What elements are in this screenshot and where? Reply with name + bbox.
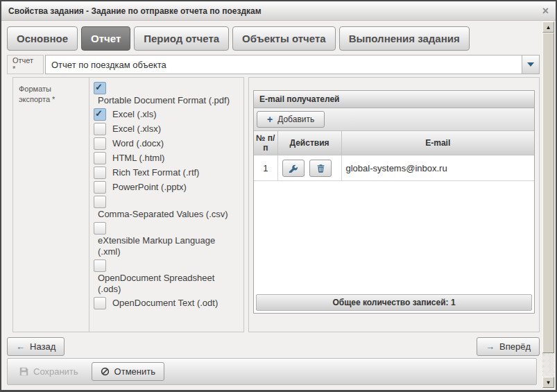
format-label: Portable Document Format (.pdf)	[98, 95, 239, 106]
export-formats-label: Форматы экспорта *	[13, 78, 89, 332]
arrow-right-icon: →	[486, 341, 495, 352]
scroll-down-button[interactable]: ▼	[542, 377, 554, 388]
format-label: Comma-Separated Values (.csv)	[98, 209, 239, 220]
report-select[interactable]: Отчет по поездкам объекта	[45, 55, 540, 74]
main-row: Форматы экспорта * ✓Portable Document Fo…	[12, 77, 540, 332]
checkbox-pdf[interactable]: ✓	[94, 82, 106, 94]
report-select-value: Отчет по поездкам объекта	[46, 56, 522, 74]
cancel-icon	[101, 367, 110, 376]
format-item-docx: ✓Word (.docx)	[94, 137, 239, 150]
back-button-label: Назад	[30, 341, 55, 352]
table-row: 1 global-systems@inbox.ru	[254, 155, 534, 181]
format-item-pdf: ✓Portable Document Format (.pdf)	[94, 82, 239, 106]
arrow-left-icon: ←	[16, 341, 25, 352]
format-label: OpenDocument Spreadsheet (.ods)	[98, 273, 239, 295]
format-item-xml: ✓eXtensible Markup Language (.xml)	[94, 222, 239, 257]
records-count-bar: Общее количество записей: 1	[256, 294, 532, 311]
row-actions	[277, 155, 341, 181]
checkbox-xml[interactable]: ✓	[94, 222, 106, 235]
format-item-odt: ✓OpenDocument Text (.odt)	[94, 297, 239, 309]
check-icon: ✓	[95, 82, 103, 93]
format-item-pptx: ✓PowerPoint (.pptx)	[94, 181, 239, 194]
format-label: OpenDocument Text (.odt)	[112, 298, 218, 308]
trash-icon	[316, 164, 325, 173]
cancel-button-label: Отменить	[114, 366, 155, 377]
column-header-actions[interactable]: Действия	[277, 131, 341, 155]
tab-report[interactable]: Отчет	[81, 26, 130, 51]
format-label: Excel (.xlsx)	[112, 123, 161, 134]
table-header-row: № п/п Действия E-mail	[254, 131, 534, 155]
scroll-up-button[interactable]: ▲	[542, 22, 554, 33]
email-recipients-panel: E-mail получателей + Добавить № п/п Дейс	[253, 90, 535, 314]
format-item-rtf: ✓Rich Text Format (.rtf)	[94, 167, 239, 179]
export-formats-group: Форматы экспорта * ✓Portable Document Fo…	[12, 77, 244, 332]
column-header-email[interactable]: E-mail	[341, 131, 534, 155]
chevron-down-icon	[527, 62, 534, 67]
report-label: Отчет *	[7, 55, 44, 74]
format-label: Word (.docx)	[112, 138, 164, 148]
report-select-dropdown-button[interactable]	[522, 56, 539, 74]
delete-recipient-button[interactable]	[309, 160, 332, 177]
checkbox-csv[interactable]: ✓	[94, 196, 106, 208]
dialog-footer: Сохранить Отменить	[7, 358, 537, 385]
dialog-content: Основное Отчет Период отчета Объекты отч…	[1, 21, 541, 390]
email-panel-title: E-mail получателей	[254, 91, 534, 108]
recipients-table: № п/п Действия E-mail 1	[254, 131, 534, 181]
checkbox-xls[interactable]: ✓	[94, 108, 106, 121]
add-button-label: Добавить	[277, 114, 314, 124]
scrollbar-thumb[interactable]	[542, 33, 554, 353]
plus-icon: +	[267, 115, 273, 123]
tab-task-executions[interactable]: Выполнения задания	[339, 26, 470, 51]
add-recipient-button[interactable]: + Добавить	[257, 111, 325, 128]
export-formats-list: ✓Portable Document Format (.pdf) ✓Excel …	[89, 78, 243, 332]
format-label: Excel (.xls)	[112, 109, 157, 119]
checkbox-rtf[interactable]: ✓	[94, 167, 106, 179]
email-panel-toolbar: + Добавить	[254, 108, 534, 131]
format-item-xlsx: ✓Excel (.xlsx)	[94, 123, 239, 135]
save-button-label: Сохранить	[33, 366, 78, 377]
format-item-ods: ✓OpenDocument Spreadsheet (.ods)	[94, 259, 239, 295]
checkbox-odt[interactable]: ✓	[94, 297, 106, 309]
format-item-csv: ✓Comma-Separated Values (.csv)	[94, 196, 239, 220]
tab-bar: Основное Отчет Период отчета Объекты отч…	[7, 26, 540, 51]
forward-button-label: Вперёд	[499, 341, 531, 352]
tab-report-period[interactable]: Период отчета	[134, 26, 229, 51]
dialog-title: Свойства задания - Задание по отправке о…	[8, 6, 262, 16]
format-item-html: ✓HTML (.html)	[94, 152, 239, 164]
vertical-scrollbar[interactable]: ▲ ▼	[542, 22, 554, 388]
format-label: Rich Text Format (.rtf)	[112, 167, 199, 178]
wrench-icon	[289, 164, 298, 173]
column-header-num[interactable]: № п/п	[254, 131, 277, 155]
forward-button[interactable]: → Вперёд	[477, 337, 540, 356]
checkbox-xlsx[interactable]: ✓	[94, 123, 106, 135]
check-icon: ✓	[95, 108, 103, 119]
tab-main[interactable]: Основное	[7, 26, 78, 51]
row-number: 1	[254, 155, 277, 181]
recipient-email: global-systems@inbox.ru	[341, 155, 534, 181]
format-label: eXtensible Markup Language (.xml)	[98, 235, 239, 257]
checkbox-html[interactable]: ✓	[94, 152, 106, 164]
close-icon[interactable]: ×	[542, 6, 549, 17]
checkbox-ods[interactable]: ✓	[94, 259, 106, 272]
edit-recipient-button[interactable]	[282, 160, 305, 177]
title-bar: Свойства задания - Задание по отправке о…	[1, 1, 556, 21]
format-label: PowerPoint (.pptx)	[112, 182, 187, 192]
format-label: HTML (.html)	[112, 153, 164, 163]
back-button[interactable]: ← Назад	[7, 337, 65, 356]
save-button[interactable]: Сохранить	[10, 362, 87, 381]
report-field-row: Отчет * Отчет по поездкам объекта	[7, 55, 540, 74]
save-icon	[19, 367, 28, 376]
email-cell: E-mail получателей + Добавить № п/п Дейс	[248, 77, 540, 332]
tab-report-objects[interactable]: Объекты отчета	[232, 26, 336, 51]
format-item-xls: ✓Excel (.xls)	[94, 108, 239, 121]
checkbox-pptx[interactable]: ✓	[94, 181, 106, 194]
cancel-button[interactable]: Отменить	[92, 362, 164, 381]
dialog-window: Свойства задания - Задание по отправке о…	[0, 0, 557, 392]
checkbox-docx[interactable]: ✓	[94, 137, 106, 150]
table-empty-area	[254, 181, 534, 292]
wizard-nav: ← Назад → Вперёд	[7, 337, 540, 356]
